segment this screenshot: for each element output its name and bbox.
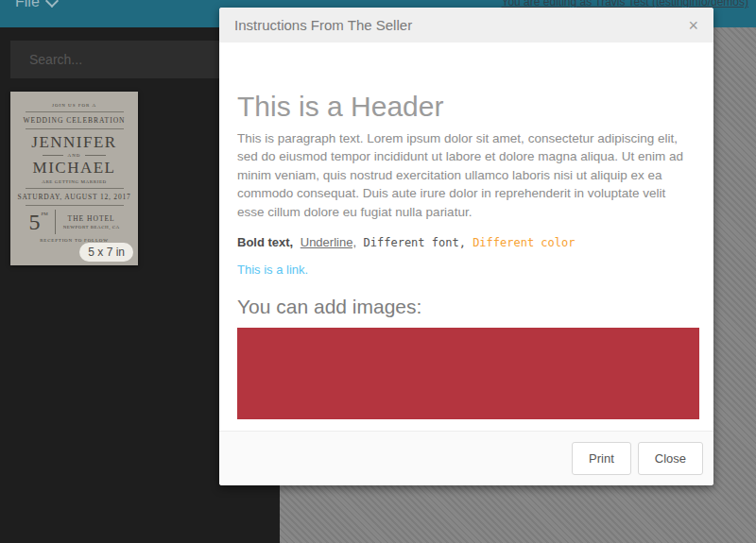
thumb-celebration-line: WEDDING CELEBRATION — [10, 116, 138, 125]
thumb-join-line: JOIN US FOR A — [10, 103, 138, 108]
different-font-sample: Different font, — [364, 236, 466, 249]
divider — [26, 205, 124, 206]
app-root: File You are editing as Travis Test (tes… — [0, 0, 756, 543]
seller-instructions-modal: Instructions From The Seller × This is a… — [219, 8, 713, 485]
thumb-venue-name: THE HOTEL — [63, 214, 120, 223]
thumb-married-line: ARE GETTING MARRIED — [10, 179, 138, 184]
modal-body: This is a Header This is paragraph text.… — [219, 42, 713, 431]
different-color-sample: Different color — [472, 236, 575, 249]
thumb-time-number: 5PM — [28, 211, 46, 233]
divider — [26, 188, 124, 189]
thumb-name-1: JENNIFER — [10, 133, 138, 152]
thumb-date-line: SATURDAY, AUGUST 12, 2017 — [10, 193, 138, 201]
modal-title: Instructions From The Seller — [234, 17, 412, 33]
content-paragraph: This is paragraph text. Lorem ipsum dolo… — [237, 129, 696, 221]
size-badge: 5 x 7 in — [79, 243, 133, 262]
styles-demo-line: Bold text, Underline, Different font, Di… — [237, 235, 696, 249]
thumb-and-word: AND — [68, 153, 81, 158]
divider — [55, 210, 56, 234]
divider — [85, 155, 106, 156]
print-button[interactable]: Print — [572, 442, 631, 475]
underline-text-sample: Underline, — [301, 235, 356, 249]
design-thumbnail[interactable]: JOIN US FOR A WEDDING CELEBRATION JENNIF… — [10, 92, 138, 265]
divider — [26, 111, 124, 112]
thumb-and-line: AND — [10, 153, 138, 158]
bold-text-sample: Bold text, — [237, 235, 293, 249]
close-icon[interactable]: × — [688, 17, 698, 34]
content-header: This is a Header — [237, 90, 696, 124]
images-heading: You can add images: — [237, 296, 696, 318]
thumb-venue-city: NEWPORT BEACH, CA — [63, 225, 120, 229]
seller-image — [237, 328, 699, 419]
divider — [43, 155, 63, 156]
file-menu-label: File — [15, 0, 40, 10]
modal-header: Instructions From The Seller × — [219, 8, 713, 42]
divider — [26, 128, 124, 129]
chevron-down-icon — [45, 0, 59, 8]
thumb-time-row: 5PM THE HOTEL NEWPORT BEACH, CA — [10, 210, 138, 234]
thumb-name-2: MICHAEL — [10, 159, 138, 178]
thumb-venue-block: THE HOTEL NEWPORT BEACH, CA — [63, 214, 120, 229]
sample-link[interactable]: This is a link. — [237, 263, 308, 277]
close-button[interactable]: Close — [638, 442, 703, 475]
thumb-time-suffix: PM — [41, 212, 47, 216]
modal-footer: Print Close — [219, 431, 713, 485]
file-menu[interactable]: File — [15, 0, 57, 10]
